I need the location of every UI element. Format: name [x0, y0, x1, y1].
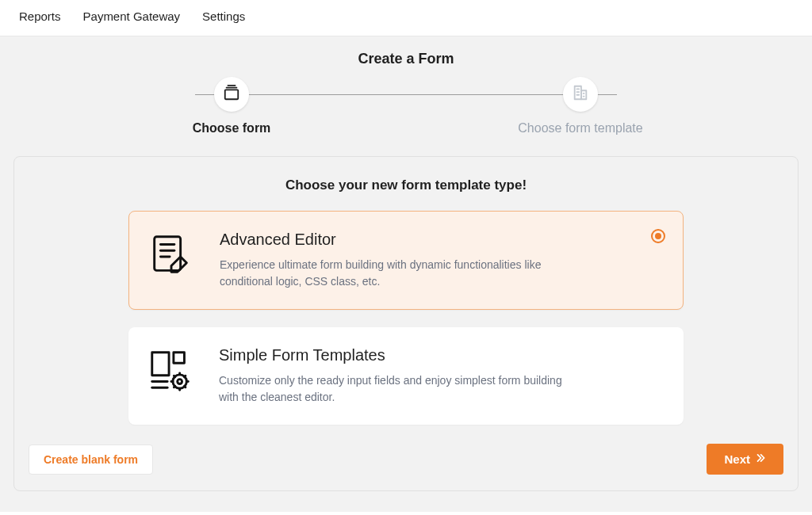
- svg-rect-14: [152, 353, 169, 376]
- radio-selected-icon: [651, 229, 665, 243]
- building-icon: [572, 84, 589, 105]
- svg-point-19: [178, 380, 182, 384]
- step-choose-form[interactable]: Choose form: [160, 77, 303, 135]
- card-simple-title: Simple Form Templates: [219, 346, 568, 364]
- svg-rect-4: [581, 90, 586, 99]
- card-advanced-desc: Experience ultimate form building with d…: [220, 257, 569, 290]
- nav-reports[interactable]: Reports: [19, 10, 61, 23]
- svg-line-27: [184, 376, 185, 376]
- step-choose-template-label: Choose form template: [518, 121, 642, 135]
- top-nav: Reports Payment Gateway Settings: [0, 0, 812, 36]
- svg-line-25: [184, 386, 185, 387]
- panel-footer: Create blank form Next: [25, 444, 787, 475]
- create-blank-form-button[interactable]: Create blank form: [29, 444, 153, 475]
- step-choose-form-label: Choose form: [193, 121, 271, 135]
- template-type-cards: Advanced Editor Experience ultimate form…: [128, 211, 684, 425]
- step-choose-template-circle: [563, 77, 598, 112]
- svg-rect-10: [155, 237, 181, 271]
- form-icon: [223, 84, 240, 105]
- advanced-editor-icon: [147, 231, 196, 280]
- card-simple-desc: Customize only the ready input fields an…: [219, 372, 568, 406]
- main-canvas: Create a Form Choose form: [0, 36, 812, 512]
- nav-payment-gateway[interactable]: Payment Gateway: [83, 10, 181, 23]
- card-advanced-title: Advanced Editor: [220, 231, 569, 249]
- card-simple-templates[interactable]: Simple Form Templates Customize only the…: [128, 327, 684, 425]
- card-advanced-editor[interactable]: Advanced Editor Experience ultimate form…: [128, 211, 684, 310]
- next-button-label: Next: [724, 452, 750, 466]
- content-panel: Choose your new form template type! Adva…: [13, 156, 799, 491]
- svg-rect-0: [225, 90, 239, 99]
- page-title: Create a Form: [0, 51, 812, 67]
- next-button[interactable]: Next: [707, 444, 783, 475]
- nav-settings[interactable]: Settings: [202, 10, 245, 23]
- panel-heading: Choose your new form template type!: [25, 177, 787, 193]
- simple-templates-icon: [146, 346, 195, 395]
- chevron-double-right-icon: [755, 452, 766, 466]
- stepper: Choose form: [160, 77, 652, 135]
- svg-rect-15: [174, 353, 185, 364]
- svg-line-24: [174, 376, 174, 376]
- svg-line-26: [174, 386, 174, 387]
- step-choose-template[interactable]: Choose form template: [509, 77, 652, 135]
- step-choose-form-circle: [214, 77, 249, 112]
